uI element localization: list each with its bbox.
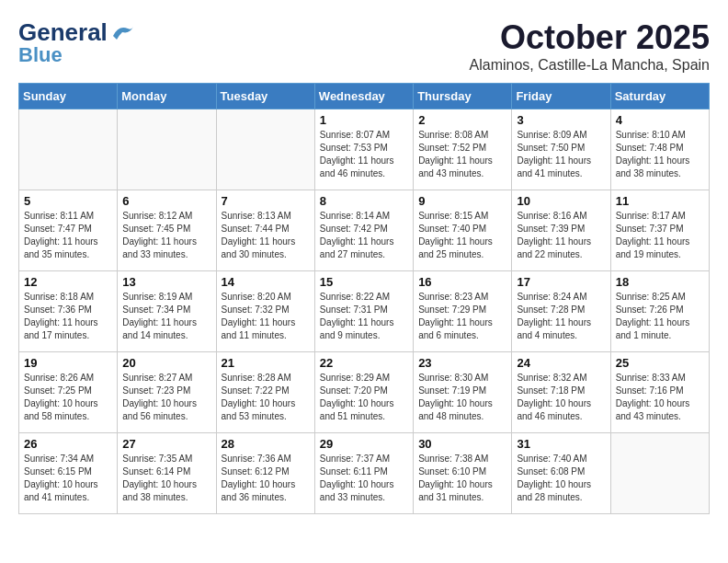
cell-details: Sunrise: 8:10 AM Sunset: 7:48 PM Dayligh… xyxy=(616,129,704,180)
calendar-table: SundayMondayTuesdayWednesdayThursdayFrid… xyxy=(18,83,710,514)
cell-details: Sunrise: 8:07 AM Sunset: 7:53 PM Dayligh… xyxy=(320,129,408,180)
weekday-header-monday: Monday xyxy=(118,84,216,109)
cell-details: Sunrise: 8:16 AM Sunset: 7:39 PM Dayligh… xyxy=(517,210,605,261)
weekday-header-friday: Friday xyxy=(512,84,610,109)
title-block: October 2025 Alaminos, Castille-La Manch… xyxy=(470,18,710,74)
calendar-cell: 20Sunrise: 8:27 AM Sunset: 7:23 PM Dayli… xyxy=(118,352,216,433)
cell-details: Sunrise: 8:12 AM Sunset: 7:45 PM Dayligh… xyxy=(122,210,210,261)
day-number: 13 xyxy=(122,275,210,289)
calendar-cell: 2Sunrise: 8:08 AM Sunset: 7:52 PM Daylig… xyxy=(414,109,512,190)
calendar-week-row: 1Sunrise: 8:07 AM Sunset: 7:53 PM Daylig… xyxy=(19,109,710,190)
cell-details: Sunrise: 7:36 AM Sunset: 6:12 PM Dayligh… xyxy=(222,453,310,504)
cell-details: Sunrise: 8:13 AM Sunset: 7:44 PM Dayligh… xyxy=(222,210,310,261)
calendar-cell: 26Sunrise: 7:34 AM Sunset: 6:15 PM Dayli… xyxy=(19,433,118,514)
calendar-week-row: 5Sunrise: 8:11 AM Sunset: 7:47 PM Daylig… xyxy=(19,190,710,271)
cell-details: Sunrise: 7:37 AM Sunset: 6:11 PM Dayligh… xyxy=(320,453,408,504)
cell-details: Sunrise: 8:19 AM Sunset: 7:34 PM Dayligh… xyxy=(122,291,210,342)
day-number: 1 xyxy=(320,113,408,127)
day-number: 3 xyxy=(517,113,605,127)
calendar-cell: 19Sunrise: 8:26 AM Sunset: 7:25 PM Dayli… xyxy=(19,352,118,433)
calendar-week-row: 26Sunrise: 7:34 AM Sunset: 6:15 PM Dayli… xyxy=(19,433,710,514)
calendar-cell: 14Sunrise: 8:20 AM Sunset: 7:32 PM Dayli… xyxy=(216,271,314,352)
cell-details: Sunrise: 8:11 AM Sunset: 7:47 PM Dayligh… xyxy=(24,210,112,261)
day-number: 21 xyxy=(222,356,310,370)
calendar-cell: 31Sunrise: 7:40 AM Sunset: 6:08 PM Dayli… xyxy=(512,433,610,514)
day-number: 17 xyxy=(517,275,605,289)
day-number: 23 xyxy=(418,356,506,370)
weekday-header-thursday: Thursday xyxy=(414,84,512,109)
calendar-header-row: SundayMondayTuesdayWednesdayThursdayFrid… xyxy=(19,84,710,109)
cell-details: Sunrise: 7:40 AM Sunset: 6:08 PM Dayligh… xyxy=(517,453,605,504)
calendar-cell: 28Sunrise: 7:36 AM Sunset: 6:12 PM Dayli… xyxy=(216,433,314,514)
day-number: 22 xyxy=(320,356,408,370)
calendar-cell: 11Sunrise: 8:17 AM Sunset: 7:37 PM Dayli… xyxy=(610,190,709,271)
calendar-cell: 30Sunrise: 7:38 AM Sunset: 6:10 PM Dayli… xyxy=(414,433,512,514)
calendar-cell: 27Sunrise: 7:35 AM Sunset: 6:14 PM Dayli… xyxy=(118,433,216,514)
cell-details: Sunrise: 8:15 AM Sunset: 7:40 PM Dayligh… xyxy=(418,210,506,261)
calendar-cell: 5Sunrise: 8:11 AM Sunset: 7:47 PM Daylig… xyxy=(19,190,118,271)
cell-details: Sunrise: 8:28 AM Sunset: 7:22 PM Dayligh… xyxy=(222,372,310,423)
day-number: 10 xyxy=(517,194,605,208)
calendar-cell: 22Sunrise: 8:29 AM Sunset: 7:20 PM Dayli… xyxy=(314,352,413,433)
logo: General Blue xyxy=(18,18,135,67)
calendar-cell: 6Sunrise: 8:12 AM Sunset: 7:45 PM Daylig… xyxy=(118,190,216,271)
calendar-cell: 24Sunrise: 8:32 AM Sunset: 7:18 PM Dayli… xyxy=(512,352,610,433)
weekday-header-sunday: Sunday xyxy=(19,84,118,109)
day-number: 26 xyxy=(24,437,112,451)
calendar-cell: 17Sunrise: 8:24 AM Sunset: 7:28 PM Dayli… xyxy=(512,271,610,352)
weekday-header-tuesday: Tuesday xyxy=(216,84,314,109)
calendar-cell: 10Sunrise: 8:16 AM Sunset: 7:39 PM Dayli… xyxy=(512,190,610,271)
calendar-cell xyxy=(610,433,709,514)
day-number: 7 xyxy=(222,194,310,208)
day-number: 14 xyxy=(222,275,310,289)
day-number: 5 xyxy=(24,194,112,208)
calendar-cell: 21Sunrise: 8:28 AM Sunset: 7:22 PM Dayli… xyxy=(216,352,314,433)
day-number: 16 xyxy=(418,275,506,289)
cell-details: Sunrise: 8:09 AM Sunset: 7:50 PM Dayligh… xyxy=(517,129,605,180)
cell-details: Sunrise: 8:29 AM Sunset: 7:20 PM Dayligh… xyxy=(320,372,408,423)
day-number: 24 xyxy=(517,356,605,370)
calendar-cell: 12Sunrise: 8:18 AM Sunset: 7:36 PM Dayli… xyxy=(19,271,118,352)
cell-details: Sunrise: 8:24 AM Sunset: 7:28 PM Dayligh… xyxy=(517,291,605,342)
day-number: 30 xyxy=(418,437,506,451)
cell-details: Sunrise: 8:17 AM Sunset: 7:37 PM Dayligh… xyxy=(616,210,704,261)
page-header: General Blue October 2025 Alaminos, Cast… xyxy=(18,18,710,74)
calendar-cell: 9Sunrise: 8:15 AM Sunset: 7:40 PM Daylig… xyxy=(414,190,512,271)
cell-details: Sunrise: 8:08 AM Sunset: 7:52 PM Dayligh… xyxy=(418,129,506,180)
day-number: 6 xyxy=(122,194,210,208)
calendar-cell: 16Sunrise: 8:23 AM Sunset: 7:29 PM Dayli… xyxy=(414,271,512,352)
day-number: 19 xyxy=(24,356,112,370)
day-number: 4 xyxy=(616,113,704,127)
calendar-cell: 29Sunrise: 7:37 AM Sunset: 6:11 PM Dayli… xyxy=(314,433,413,514)
cell-details: Sunrise: 8:26 AM Sunset: 7:25 PM Dayligh… xyxy=(24,372,112,423)
logo-bird-icon xyxy=(109,23,135,43)
cell-details: Sunrise: 8:22 AM Sunset: 7:31 PM Dayligh… xyxy=(320,291,408,342)
calendar-cell xyxy=(216,109,314,190)
calendar-week-row: 12Sunrise: 8:18 AM Sunset: 7:36 PM Dayli… xyxy=(19,271,710,352)
calendar-cell xyxy=(118,109,216,190)
day-number: 15 xyxy=(320,275,408,289)
day-number: 8 xyxy=(320,194,408,208)
cell-details: Sunrise: 8:20 AM Sunset: 7:32 PM Dayligh… xyxy=(222,291,310,342)
day-number: 20 xyxy=(122,356,210,370)
cell-details: Sunrise: 8:32 AM Sunset: 7:18 PM Dayligh… xyxy=(517,372,605,423)
weekday-header-saturday: Saturday xyxy=(610,84,709,109)
day-number: 12 xyxy=(24,275,112,289)
calendar-cell: 8Sunrise: 8:14 AM Sunset: 7:42 PM Daylig… xyxy=(314,190,413,271)
calendar-cell: 13Sunrise: 8:19 AM Sunset: 7:34 PM Dayli… xyxy=(118,271,216,352)
day-number: 2 xyxy=(418,113,506,127)
day-number: 27 xyxy=(122,437,210,451)
cell-details: Sunrise: 8:25 AM Sunset: 7:26 PM Dayligh… xyxy=(616,291,704,342)
location-text: Alaminos, Castille-La Mancha, Spain xyxy=(470,57,710,74)
calendar-cell: 23Sunrise: 8:30 AM Sunset: 7:19 PM Dayli… xyxy=(414,352,512,433)
day-number: 25 xyxy=(616,356,704,370)
calendar-cell: 15Sunrise: 8:22 AM Sunset: 7:31 PM Dayli… xyxy=(314,271,413,352)
day-number: 28 xyxy=(222,437,310,451)
day-number: 9 xyxy=(418,194,506,208)
cell-details: Sunrise: 8:33 AM Sunset: 7:16 PM Dayligh… xyxy=(616,372,704,423)
cell-details: Sunrise: 7:35 AM Sunset: 6:14 PM Dayligh… xyxy=(122,453,210,504)
calendar-cell: 4Sunrise: 8:10 AM Sunset: 7:48 PM Daylig… xyxy=(610,109,709,190)
cell-details: Sunrise: 8:23 AM Sunset: 7:29 PM Dayligh… xyxy=(418,291,506,342)
calendar-cell: 18Sunrise: 8:25 AM Sunset: 7:26 PM Dayli… xyxy=(610,271,709,352)
day-number: 29 xyxy=(320,437,408,451)
